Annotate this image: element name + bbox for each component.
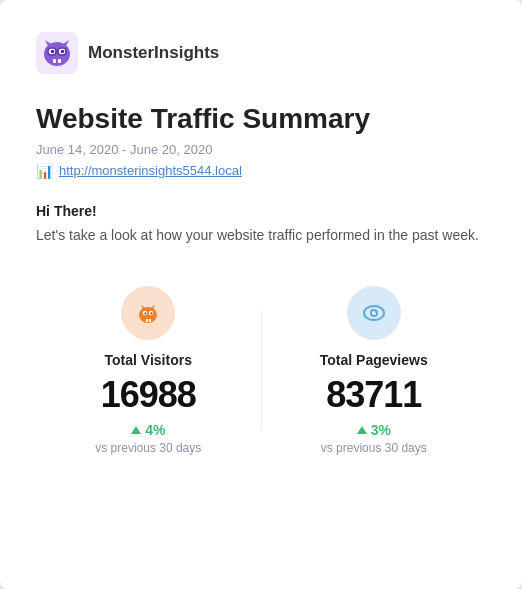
visitors-change: 4% <box>131 422 165 438</box>
pageviews-value: 83711 <box>326 374 421 416</box>
svg-point-16 <box>145 313 147 315</box>
greeting-text: Hi There! <box>36 203 486 219</box>
page-title: Website Traffic Summary <box>36 102 486 136</box>
svg-rect-8 <box>53 59 56 63</box>
svg-point-25 <box>374 311 376 313</box>
main-card: MonsterInsights Website Traffic Summary … <box>0 0 522 589</box>
pageviews-up-arrow <box>357 426 367 434</box>
visitors-change-pct: 4% <box>145 422 165 438</box>
visitors-icon <box>135 300 161 326</box>
pageviews-icon <box>361 300 387 326</box>
intro-body: Let's take a look at how your website tr… <box>36 225 486 247</box>
site-link-row: 📊 http://monsterinsights5544.local <box>36 163 486 179</box>
monsterinsights-logo-icon <box>36 32 78 74</box>
pageviews-change: 3% <box>357 422 391 438</box>
logo-row: MonsterInsights <box>36 32 486 74</box>
metrics-row: Total Visitors 16988 4% vs previous 30 d… <box>36 286 486 455</box>
metric-visitors: Total Visitors 16988 4% vs previous 30 d… <box>36 286 261 455</box>
logo-text: MonsterInsights <box>88 43 219 63</box>
date-range: June 14, 2020 - June 20, 2020 <box>36 142 486 157</box>
svg-rect-20 <box>146 319 148 322</box>
visitors-value: 16988 <box>101 374 196 416</box>
svg-point-4 <box>51 50 55 54</box>
svg-rect-21 <box>149 319 151 322</box>
svg-rect-9 <box>58 59 61 63</box>
pageviews-label: Total Pageviews <box>320 352 428 368</box>
pageviews-icon-circle <box>347 286 401 340</box>
visitors-icon-circle <box>121 286 175 340</box>
pageviews-sub: vs previous 30 days <box>321 441 427 455</box>
site-url-link[interactable]: http://monsterinsights5544.local <box>59 163 242 178</box>
metric-pageviews: Total Pageviews 83711 3% vs previous 30 … <box>262 286 487 455</box>
svg-point-5 <box>61 50 65 54</box>
svg-point-17 <box>151 313 153 315</box>
visitors-up-arrow <box>131 426 141 434</box>
chart-bar-icon: 📊 <box>36 163 53 179</box>
visitors-label: Total Visitors <box>105 352 192 368</box>
pageviews-change-pct: 3% <box>371 422 391 438</box>
visitors-sub: vs previous 30 days <box>95 441 201 455</box>
